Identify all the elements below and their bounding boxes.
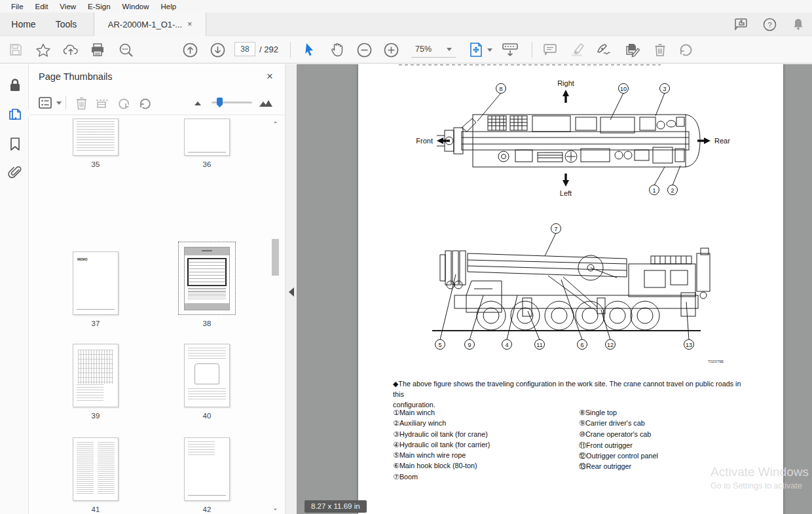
thumbnail-page-35[interactable]: 35 <box>73 119 119 168</box>
zoom-out-icon[interactable] <box>355 41 373 59</box>
thumbnail-page-36[interactable]: 36 <box>184 119 230 168</box>
thumbnail-label: 37 <box>92 320 100 327</box>
search-icon[interactable] <box>117 41 135 59</box>
document-canvas[interactable]: Right Left Front Rear <box>297 64 812 514</box>
delete-pages-icon[interactable] <box>651 41 669 59</box>
slider-handle[interactable] <box>217 98 223 107</box>
comment-icon[interactable] <box>541 41 559 59</box>
page-thumbnails-rail-icon[interactable] <box>7 106 23 122</box>
rotate-right-icon[interactable] <box>137 94 154 111</box>
scroll-down-icon[interactable]: ⌄ <box>272 504 279 511</box>
help-icon[interactable]: ? <box>762 17 777 31</box>
edit-pages-icon[interactable] <box>623 41 641 59</box>
thumbnail-label: 36 <box>203 160 212 168</box>
hide-toolbar-icon[interactable] <box>501 41 519 59</box>
thumbnail-page-42[interactable]: 42 <box>184 437 230 513</box>
svg-text:13: 13 <box>686 342 692 348</box>
menu-view[interactable]: View <box>54 1 82 12</box>
tab-tools[interactable]: Tools <box>48 12 84 36</box>
rotate-pages-icon[interactable] <box>676 41 695 59</box>
fill-sign-icon[interactable] <box>595 41 614 59</box>
collapse-panel-icon[interactable] <box>289 287 294 297</box>
scroll-up-icon[interactable]: ⌃ <box>272 120 279 128</box>
legend-item: ⑤Main winch wire rope <box>393 451 490 462</box>
thumbnail-page-37[interactable]: MEMO 37 <box>73 251 119 327</box>
notifications-bell-icon[interactable] <box>791 17 805 31</box>
page-total-label: / 292 <box>259 45 278 54</box>
thumbnail-page-41[interactable]: 41 <box>73 437 119 513</box>
bookmarks-icon[interactable] <box>7 136 23 152</box>
scrollbar-thumb[interactable] <box>272 239 279 276</box>
thumbnail-scrollbar[interactable]: ⌃ ⌄ <box>270 115 281 514</box>
zoom-level-dropdown[interactable]: 75% <box>411 41 456 58</box>
thumbnail-label: 42 <box>203 505 212 513</box>
tab-document[interactable]: AR-2000M-1_O1-... × <box>94 12 206 36</box>
figure-code: T02379E <box>708 359 724 363</box>
tab-home[interactable]: Home <box>5 12 42 36</box>
clipped-text-line <box>399 64 661 65</box>
svg-text:?: ? <box>767 20 771 28</box>
selection-border <box>178 242 236 315</box>
svg-text:Rear: Rear <box>714 137 730 145</box>
legend-item: ②Auxiliary winch <box>393 419 490 430</box>
active-panel-notch <box>25 109 29 117</box>
zoom-in-icon[interactable] <box>382 41 400 59</box>
next-page-icon[interactable] <box>208 41 227 59</box>
legend-item: ⑪Front outrigger <box>579 441 658 451</box>
thumbnail-size-slider[interactable] <box>212 101 252 103</box>
menu-help[interactable]: Help <box>155 1 183 12</box>
insert-pages-icon[interactable] <box>94 94 111 111</box>
svg-text:11: 11 <box>536 342 542 348</box>
thumbnail-size-large-icon[interactable] <box>257 94 274 111</box>
document-tab-title: AR-2000M-1_O1-... <box>108 20 182 29</box>
panel-splitter[interactable] <box>285 64 297 514</box>
chevron-down-icon <box>447 48 452 51</box>
close-document-icon[interactable]: × <box>187 20 192 29</box>
menu-file[interactable]: File <box>5 1 29 12</box>
previous-page-icon[interactable] <box>181 41 199 59</box>
rotate-left-icon[interactable] <box>116 94 133 111</box>
share-feedback-icon[interactable] <box>733 17 748 31</box>
svg-text:Left: Left <box>560 189 572 197</box>
cloud-upload-icon[interactable] <box>62 41 80 59</box>
save-icon[interactable] <box>7 41 25 59</box>
thumbnail-page-40[interactable]: 40 <box>184 344 230 420</box>
svg-text:6: 6 <box>580 342 583 348</box>
menu-edit[interactable]: Edit <box>29 1 54 12</box>
select-tool-icon[interactable] <box>301 41 319 59</box>
thumbnail-page-39[interactable]: 39 <box>73 344 119 420</box>
thumbnail-size-small-icon[interactable] <box>191 94 208 111</box>
page-number-input[interactable] <box>234 42 255 56</box>
thumbnail-label: 41 <box>92 505 100 513</box>
security-lock-icon[interactable] <box>7 77 23 93</box>
thumbnail-label: 35 <box>92 160 100 168</box>
memo-text: MEMO <box>77 257 88 261</box>
panel-close-icon[interactable]: × <box>267 70 273 83</box>
legend-item: ⑬Rear outrigger <box>579 462 658 472</box>
hand-tool-icon[interactable] <box>327 41 346 59</box>
delete-thumbnail-icon[interactable] <box>73 94 90 111</box>
attachments-paperclip-icon[interactable] <box>7 165 23 181</box>
pdf-page-38: Right Left Front Rear <box>358 64 783 514</box>
fit-page-icon[interactable] <box>468 41 494 59</box>
svg-text:12: 12 <box>607 342 614 348</box>
crane-top-view-figure: Right Left Front Rear <box>404 75 735 206</box>
thumbnail-label: 39 <box>92 412 100 420</box>
legend-right-column: ⑧Single top ⑨Carrier driver's cab ⑩Crane… <box>579 409 658 473</box>
legend-left-column: ①Main winch ②Auxiliary winch ③Hydraulic … <box>393 409 490 483</box>
menu-window[interactable]: Window <box>117 1 155 12</box>
thumbnail-label: 40 <box>203 412 212 420</box>
svg-text:2: 2 <box>671 187 674 194</box>
svg-text:8: 8 <box>499 86 502 92</box>
svg-text:9: 9 <box>468 342 471 348</box>
page-size-badge: 8.27 x 11.69 in <box>304 500 367 513</box>
svg-text:Front: Front <box>416 137 433 145</box>
thumbnail-options-icon[interactable] <box>37 94 62 111</box>
highlighter-icon[interactable] <box>568 41 587 59</box>
svg-text:7: 7 <box>554 226 557 232</box>
print-icon[interactable] <box>88 41 107 59</box>
menu-esign[interactable]: E-Sign <box>82 1 117 12</box>
star-favorite-icon[interactable] <box>34 41 52 59</box>
crane-side-view-figure: 7 5 9 4 11 6 12 13 <box>394 215 735 358</box>
thumbnail-page-38-selected[interactable]: 38 <box>178 242 236 327</box>
